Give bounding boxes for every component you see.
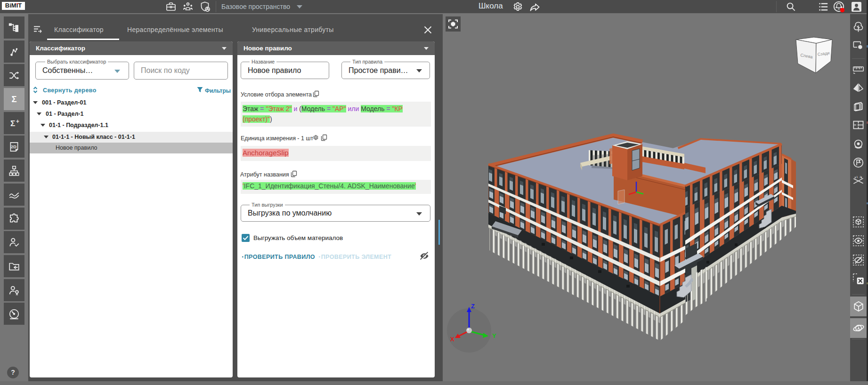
svg-text:Z: Z: [471, 303, 475, 310]
svg-text:Y: Y: [492, 332, 496, 339]
svg-text:2: 2: [860, 175, 861, 178]
svg-text:2D: 2D: [11, 144, 16, 149]
svg-text:1: 1: [856, 175, 858, 178]
svg-text:X: X: [450, 336, 454, 343]
svg-text:+: +: [16, 118, 19, 125]
svg-text:Σ: Σ: [10, 118, 15, 128]
svg-text:Σ: Σ: [11, 94, 16, 104]
